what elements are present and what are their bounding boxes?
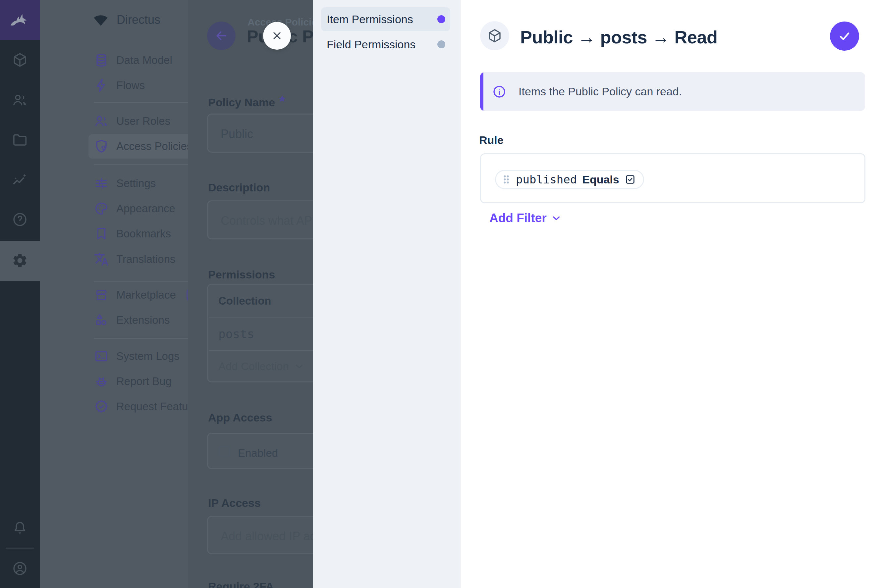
drag-handle-icon[interactable] — [502, 174, 511, 185]
drawer-title: Public → posts → Read — [520, 27, 718, 47]
policy-name-label: Policy Name★ — [208, 94, 286, 109]
back-button[interactable] — [207, 21, 236, 50]
info-icon — [492, 84, 507, 99]
bookmark-icon — [94, 226, 109, 242]
tune-icon — [94, 176, 109, 191]
sidebar-item-user-roles[interactable]: User Roles — [40, 109, 188, 134]
directus-logo[interactable] — [0, 0, 40, 40]
table-row-posts[interactable]: posts — [218, 327, 254, 340]
seal-check-icon — [94, 399, 109, 414]
palette-icon — [94, 201, 109, 216]
sidebar-item-translations[interactable]: Translations — [40, 247, 188, 272]
module-files[interactable] — [0, 122, 40, 158]
tab-item-permissions[interactable]: Item Permissions — [321, 7, 450, 31]
sidebar-divider — [94, 281, 188, 282]
sidebar-item-label: User Roles — [116, 115, 170, 128]
sidebar-item-label: Data Model — [116, 54, 172, 66]
policy-name-value: Public — [221, 127, 253, 141]
sidebar-item-label: Report Bug — [116, 375, 171, 388]
status-dot-inactive — [437, 40, 445, 48]
sidebar-item-system-logs[interactable]: System Logs — [40, 344, 188, 369]
permissions-label: Permissions — [208, 268, 275, 281]
sidebar-item-access-policies[interactable]: Access Policies — [89, 134, 188, 159]
modulebar-divider — [6, 548, 34, 549]
module-settings[interactable] — [0, 242, 40, 279]
sidebar-item-label: Bookmarks — [116, 228, 171, 240]
info-notice: Items the Public Policy can read. — [480, 72, 865, 111]
box-icon — [487, 28, 502, 44]
permissions-drawer: Public → posts → Read Items the Public P… — [461, 0, 880, 588]
sidebar-item-label: Marketplace — [116, 289, 176, 301]
require-2fa-label: Require 2FA — [208, 580, 274, 588]
module-insights[interactable] — [0, 162, 40, 198]
module-help[interactable] — [0, 201, 40, 238]
table-divider — [209, 317, 313, 318]
help-icon — [12, 211, 28, 228]
bolt-icon — [94, 78, 109, 93]
add-collection-button[interactable]: Add Collection — [218, 360, 305, 373]
sidebar-item-extensions[interactable]: Extensions — [40, 308, 188, 333]
close-icon — [271, 30, 283, 42]
tab-field-permissions[interactable]: Field Permissions — [321, 33, 450, 56]
sidebar-item-appearance[interactable]: Appearance — [40, 196, 188, 221]
save-button[interactable] — [830, 21, 859, 51]
sidebar-divider — [94, 102, 188, 103]
filter-field[interactable]: published — [516, 173, 577, 186]
sidebar-item-marketplace[interactable]: Marketplace — [40, 282, 188, 308]
sidebar-item-label: Flows — [116, 79, 145, 92]
check-icon — [837, 28, 852, 44]
arrow-left-icon — [214, 28, 229, 43]
avatar-icon — [12, 560, 28, 577]
policy-name-input[interactable]: Public — [207, 114, 313, 153]
sidebar-item-label: System Logs — [116, 350, 180, 363]
close-drawer-button[interactable] — [263, 22, 291, 50]
main-content: Access Policies Public Policy Policy Nam… — [188, 0, 313, 588]
description-placeholder: Controls what API d — [221, 214, 313, 228]
sidebar: Directus Data Model Flows User Roles Acc… — [40, 0, 188, 588]
status-dot-active — [437, 15, 445, 23]
project-header[interactable]: Directus — [40, 0, 188, 40]
translate-icon — [94, 252, 109, 267]
user-roles-icon — [94, 114, 109, 129]
sidebar-item-label: Translations — [116, 253, 176, 266]
sidebar-item-label: Access Policies — [116, 140, 188, 153]
app-access-label: App Access — [208, 411, 272, 424]
module-content[interactable] — [0, 42, 40, 78]
bell-icon — [12, 520, 28, 537]
chevron-down-icon — [551, 213, 562, 224]
filter-value-checkbox-checked[interactable] — [624, 174, 636, 185]
sidebar-item-request-feature[interactable]: Request Feature — [40, 394, 188, 419]
sidebar-item-bookmarks[interactable]: Bookmarks — [40, 221, 188, 246]
description-input[interactable]: Controls what API d — [207, 200, 313, 239]
notice-accent-bar — [480, 72, 483, 111]
sidebar-item-report-bug[interactable]: Report Bug — [40, 369, 188, 394]
sidebar-item-flows[interactable]: Flows — [40, 73, 188, 98]
shapes-icon — [94, 312, 109, 328]
ip-access-placeholder: Add allowed IP addr — [221, 530, 313, 543]
cube-icon — [12, 52, 28, 68]
account-button[interactable] — [0, 550, 40, 586]
required-star: ★ — [278, 94, 286, 104]
enabled-checkbox[interactable] — [219, 446, 230, 457]
tab-label: Field Permissions — [327, 38, 415, 51]
drawer-nav: Item Permissions Field Permissions — [313, 0, 461, 588]
module-bar — [0, 0, 40, 588]
header-icon-circle — [480, 21, 509, 50]
sidebar-item-label: Settings — [116, 177, 156, 190]
insights-icon — [12, 171, 28, 188]
filter-pill-published-equals[interactable]: published Equals — [495, 170, 644, 189]
add-filter-button[interactable]: Add Filter — [489, 211, 562, 225]
enabled-label: Enabled — [238, 447, 278, 459]
notifications-button[interactable] — [0, 510, 40, 547]
module-users[interactable] — [0, 82, 40, 118]
ip-access-input[interactable]: Add allowed IP addr — [207, 516, 313, 554]
sidebar-divider — [94, 338, 188, 339]
folder-icon — [12, 132, 28, 148]
sidebar-item-settings[interactable]: Settings — [40, 171, 188, 196]
directus-app: Directus Data Model Flows User Roles Acc… — [0, 0, 880, 588]
chevron-down-icon — [293, 361, 305, 372]
filter-operator[interactable]: Equals — [582, 173, 619, 186]
ip-access-label: IP Access — [208, 496, 261, 510]
sidebar-item-data-model[interactable]: Data Model — [40, 48, 188, 73]
tab-label: Item Permissions — [327, 13, 413, 26]
